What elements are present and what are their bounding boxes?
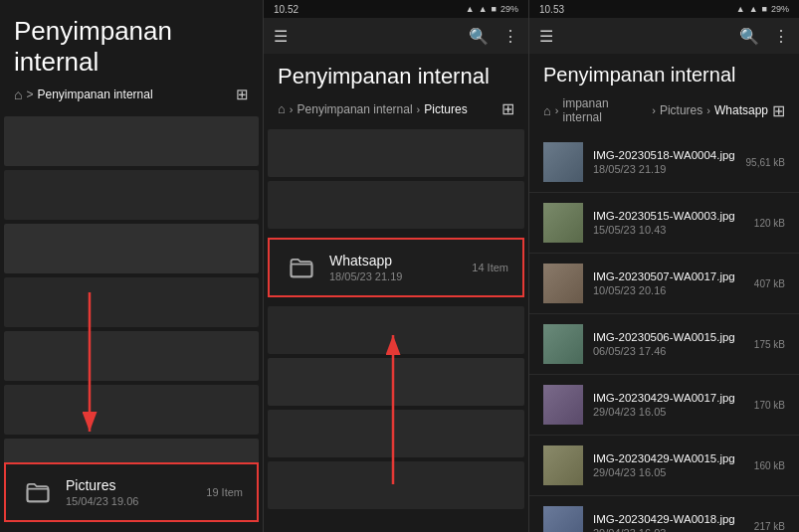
panel2-file-list: Whatsapp 18/05/23 21.19 14 Item [264,126,528,532]
folder-icon [24,478,52,506]
home-icon-3[interactable]: ⌂ [543,103,551,118]
file-meta-0: 18/05/23 21.19 [593,163,746,175]
whatsapp-folder-name: Whatsapp [329,253,472,268]
bc-current: Pictures [424,102,467,116]
file-item-1[interactable]: IMG-20230515-WA0003.jpg 15/05/23 10.43 1… [529,193,799,254]
file-thumb-1 [543,203,583,243]
sep1-3: › [555,104,559,116]
bc-link[interactable]: Penyimpanan internal [298,102,413,116]
status-time-3: 10.53 [539,4,564,15]
file-name-0: IMG-20230518-WA0004.jpg [593,149,746,161]
panel2-toolbar-icons: 🔍 ⋮ [469,27,518,46]
bc-link2-3[interactable]: Pictures [660,103,702,117]
pictures-folder-count: 19 Item [206,486,243,498]
file-item-0[interactable]: IMG-20230518-WA0004.jpg 18/05/23 21.19 9… [529,132,799,193]
home-icon[interactable]: ⌂ [14,87,22,102]
file-meta-6: 29/04/23 16.03 [593,527,754,532]
menu-icon[interactable]: ☰ [274,27,288,46]
panel1-title: Penyimpanan internal [0,0,263,86]
panel2-breadcrumb: ⌂ › Penyimpanan internal › Pictures ⊞ [264,95,528,126]
panel1-breadcrumb: ⌂ > Penyimpanan internal ⊞ [0,86,263,113]
search-icon[interactable]: 🔍 [469,27,489,46]
file-meta-1: 15/05/23 10.43 [593,224,754,236]
file-thumb-6 [543,506,583,532]
panel3-breadcrumb: ⌂ › impanan internal › Pictures › Whatsa… [529,92,799,132]
panel2-toolbar: ☰ 🔍 ⋮ [264,18,528,54]
file-item-3[interactable]: IMG-20230506-WA0015.jpg 06/05/23 17.46 1… [529,314,799,375]
svg-rect-2 [292,265,312,277]
search-icon-3[interactable]: 🔍 [739,27,759,46]
pictures-folder-meta: 15/04/23 19.06 [66,495,206,507]
file-size-5: 160 kB [754,460,785,471]
menu-icon-3[interactable]: ☰ [539,27,553,46]
bc-current-3: Whatsapp [714,103,768,117]
home-icon[interactable]: ⌂ [278,101,286,116]
panel3-status-icons: ▲ ▲ ■ 29% [736,4,789,14]
svg-rect-0 [28,489,49,502]
folder-icon-container [20,474,56,510]
file-info-3: IMG-20230506-WA0015.jpg 06/05/23 17.46 [593,331,754,357]
pictures-folder-name: Pictures [66,477,206,493]
whatsapp-folder-info: Whatsapp 18/05/23 21.19 [329,253,472,282]
breadcrumb-grid[interactable]: ⊞ [236,86,249,103]
file-info-6: IMG-20230429-WA0018.jpg 29/04/23 16.03 [593,513,754,532]
whatsapp-folder-meta: 18/05/23 21.19 [329,270,472,282]
pictures-folder-item[interactable]: Pictures 15/04/23 19.06 19 Item [4,462,259,522]
file-size-6: 217 kB [754,521,785,532]
file-item-5[interactable]: IMG-20230429-WA0015.jpg 29/04/23 16.05 1… [529,436,799,496]
whatsapp-folder-count: 14 Item [472,262,508,273]
panel2-blurred-2 [264,303,528,512]
file-name-5: IMG-20230429-WA0015.jpg [593,452,754,464]
file-thumb-5 [543,445,583,485]
file-size-4: 170 kB [754,400,785,411]
bc-link1-3[interactable]: impanan internal [563,96,649,124]
file-meta-5: 29/04/23 16.05 [593,466,754,478]
file-name-4: IMG-20230429-WA0017.jpg [593,392,754,404]
file-info-5: IMG-20230429-WA0015.jpg 29/04/23 16.05 [593,452,754,478]
file-size-2: 407 kB [754,278,785,289]
sep2: › [417,103,421,115]
panel3-status-bar: 10.53 ▲ ▲ ■ 29% [529,0,799,18]
whatsapp-folder-icon [288,254,315,281]
file-name-3: IMG-20230506-WA0015.jpg [593,331,754,343]
pictures-folder-info: Pictures 15/04/23 19.06 [66,477,206,507]
sep2-3: › [652,104,656,116]
file-name-6: IMG-20230429-WA0018.jpg [593,513,754,525]
file-thumb-3 [543,324,583,364]
sep1: › [290,103,294,115]
grid-icon-3[interactable]: ⊞ [772,101,785,120]
status-icons: ▲ ▲ ■ 29% [466,4,518,14]
panel-1: Penyimpanan internal ⌂ > Penyimpanan int… [0,0,264,532]
more-icon[interactable]: ⋮ [502,27,518,46]
file-meta-2: 10/05/23 20.16 [593,284,754,296]
file-item-6[interactable]: IMG-20230429-WA0018.jpg 29/04/23 16.03 2… [529,496,799,532]
file-meta-4: 29/04/23 16.05 [593,406,754,418]
file-thumb-0 [543,142,583,182]
panel3-file-list: IMG-20230518-WA0004.jpg 18/05/23 21.19 9… [529,132,799,532]
panel2-title: Penyimpanan internal [264,54,528,95]
file-size-0: 95,61 kB [746,157,785,168]
panel3-title: Penyimpanan internal [529,54,799,92]
file-name-2: IMG-20230507-WA0017.jpg [593,270,754,282]
file-size-1: 120 kB [754,218,785,229]
file-size-3: 175 kB [754,339,785,350]
panel-2: 10.52 ▲ ▲ ■ 29% ☰ 🔍 ⋮ Penyimpanan intern… [264,0,529,532]
blurred-rows [0,113,263,491]
file-info-0: IMG-20230518-WA0004.jpg 18/05/23 21.19 [593,149,746,175]
status-time: 10.52 [274,4,299,15]
panel3-toolbar: ☰ 🔍 ⋮ [529,18,799,54]
file-item-4[interactable]: IMG-20230429-WA0017.jpg 29/04/23 16.05 1… [529,375,799,436]
panel-3: 10.53 ▲ ▲ ■ 29% ☰ 🔍 ⋮ Penyimpanan intern… [529,0,799,532]
file-info-1: IMG-20230515-WA0003.jpg 15/05/23 10.43 [593,210,754,236]
grid-icon[interactable]: ⊞ [501,99,514,118]
more-icon-3[interactable]: ⋮ [773,27,789,46]
panel1-file-list: Pictures 15/04/23 19.06 19 Item [0,113,263,532]
file-thumb-4 [543,385,583,425]
file-info-2: IMG-20230507-WA0017.jpg 10/05/23 20.16 [593,270,754,296]
panel3-toolbar-icons: 🔍 ⋮ [739,27,789,46]
whatsapp-folder-item[interactable]: Whatsapp 18/05/23 21.19 14 Item [268,238,524,297]
file-info-4: IMG-20230429-WA0017.jpg 29/04/23 16.05 [593,392,754,418]
file-item-2[interactable]: IMG-20230507-WA0017.jpg 10/05/23 20.16 4… [529,254,799,314]
file-name-1: IMG-20230515-WA0003.jpg [593,210,754,222]
file-thumb-2 [543,264,583,303]
